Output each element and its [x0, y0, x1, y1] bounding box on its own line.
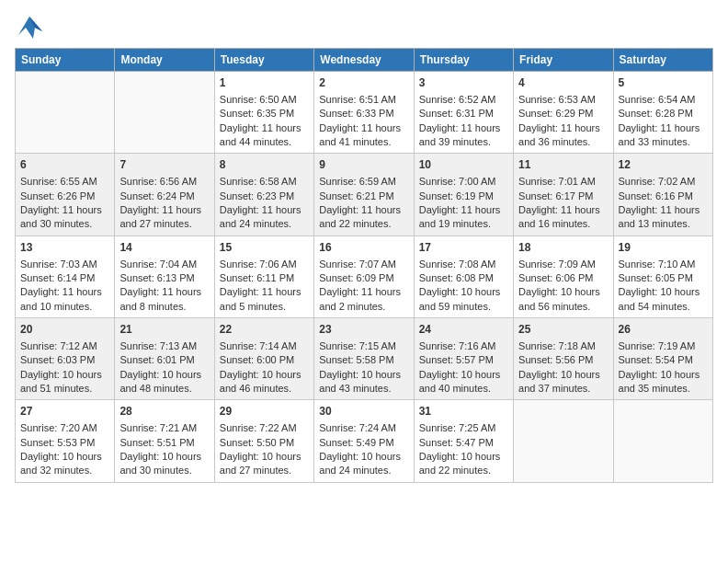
- day-number: 9: [319, 157, 408, 173]
- sunrise-text: Sunrise: 7:21 AM: [119, 422, 197, 433]
- daylight-text: Daylight: 10 hours and 35 minutes.: [619, 369, 700, 394]
- logo-icon: [15, 15, 44, 40]
- daylight-text: Daylight: 10 hours and 24 minutes.: [319, 451, 401, 476]
- day-number: 6: [20, 157, 109, 173]
- calendar-cell: 22 Sunrise: 7:14 AM Sunset: 6:00 PM Dayl…: [214, 318, 313, 400]
- day-number: 7: [119, 157, 209, 173]
- sunset-text: Sunset: 5:58 PM: [319, 354, 393, 365]
- sunset-text: Sunset: 6:28 PM: [619, 108, 693, 119]
- day-number: 2: [319, 75, 408, 91]
- week-row-3: 13 Sunrise: 7:03 AM Sunset: 6:14 PM Dayl…: [16, 236, 713, 317]
- calendar-cell: [514, 400, 613, 482]
- sunset-text: Sunset: 6:16 PM: [619, 190, 693, 201]
- sunrise-text: Sunrise: 7:03 AM: [20, 259, 97, 270]
- sunrise-text: Sunrise: 7:01 AM: [518, 176, 596, 187]
- sunset-text: Sunset: 6:26 PM: [20, 190, 95, 201]
- daylight-text: Daylight: 11 hours and 8 minutes.: [119, 286, 201, 311]
- sunrise-text: Sunrise: 7:07 AM: [319, 259, 396, 270]
- day-number: 23: [319, 322, 408, 338]
- weekday-header-friday: Friday: [514, 49, 613, 72]
- day-number: 3: [419, 75, 508, 91]
- sunrise-text: Sunrise: 7:14 AM: [220, 340, 297, 351]
- sunset-text: Sunset: 5:50 PM: [220, 437, 294, 448]
- daylight-text: Daylight: 10 hours and 54 minutes.: [619, 286, 700, 311]
- day-number: 12: [619, 157, 708, 173]
- sunset-text: Sunset: 6:00 PM: [220, 354, 294, 365]
- sunrise-text: Sunrise: 6:51 AM: [319, 94, 396, 105]
- daylight-text: Daylight: 11 hours and 44 minutes.: [220, 122, 301, 147]
- weekday-header-thursday: Thursday: [414, 49, 513, 72]
- sunrise-text: Sunrise: 7:24 AM: [319, 422, 396, 433]
- daylight-text: Daylight: 10 hours and 59 minutes.: [419, 286, 501, 311]
- daylight-text: Daylight: 11 hours and 13 minutes.: [619, 204, 700, 229]
- calendar-cell: 7 Sunrise: 6:56 AM Sunset: 6:24 PM Dayli…: [115, 154, 214, 236]
- sunrise-text: Sunrise: 7:25 AM: [419, 422, 496, 433]
- day-number: 1: [220, 75, 309, 91]
- day-number: 5: [619, 75, 708, 91]
- week-row-2: 6 Sunrise: 6:55 AM Sunset: 6:26 PM Dayli…: [16, 154, 713, 236]
- calendar-cell: 10 Sunrise: 7:00 AM Sunset: 6:19 PM Dayl…: [414, 154, 513, 236]
- logo: [15, 15, 48, 40]
- sunrise-text: Sunrise: 6:52 AM: [419, 94, 496, 105]
- sunset-text: Sunset: 6:14 PM: [20, 272, 95, 283]
- weekday-header-monday: Monday: [115, 49, 214, 72]
- day-number: 30: [319, 404, 408, 419]
- sunrise-text: Sunrise: 6:56 AM: [119, 176, 197, 187]
- calendar-cell: 24 Sunrise: 7:16 AM Sunset: 5:57 PM Dayl…: [414, 318, 513, 400]
- sunset-text: Sunset: 6:23 PM: [220, 190, 294, 201]
- daylight-text: Daylight: 10 hours and 22 minutes.: [419, 451, 501, 476]
- day-number: 26: [619, 322, 708, 338]
- day-number: 20: [20, 322, 109, 338]
- calendar-cell: 3 Sunrise: 6:52 AM Sunset: 6:31 PM Dayli…: [414, 72, 513, 154]
- calendar-cell: 12 Sunrise: 7:02 AM Sunset: 6:16 PM Dayl…: [613, 154, 712, 236]
- day-number: 11: [518, 157, 608, 173]
- calendar-cell: 8 Sunrise: 6:58 AM Sunset: 6:23 PM Dayli…: [214, 154, 313, 236]
- calendar-cell: 2 Sunrise: 6:51 AM Sunset: 6:33 PM Dayli…: [314, 72, 414, 154]
- calendar-cell: [16, 72, 115, 154]
- sunrise-text: Sunrise: 7:12 AM: [20, 340, 97, 351]
- daylight-text: Daylight: 11 hours and 41 minutes.: [319, 122, 401, 147]
- daylight-text: Daylight: 11 hours and 30 minutes.: [20, 204, 102, 229]
- calendar-cell: 15 Sunrise: 7:06 AM Sunset: 6:11 PM Dayl…: [214, 236, 313, 317]
- day-number: 10: [419, 157, 508, 173]
- sunrise-text: Sunrise: 7:13 AM: [119, 340, 197, 351]
- day-number: 25: [518, 322, 608, 338]
- calendar-cell: 30 Sunrise: 7:24 AM Sunset: 5:49 PM Dayl…: [314, 400, 414, 482]
- sunrise-text: Sunrise: 7:02 AM: [619, 176, 696, 187]
- sunrise-text: Sunrise: 6:50 AM: [220, 94, 297, 105]
- sunrise-text: Sunrise: 6:55 AM: [20, 176, 97, 187]
- daylight-text: Daylight: 11 hours and 5 minutes.: [220, 286, 301, 311]
- page-header: [15, 15, 713, 40]
- calendar-cell: 6 Sunrise: 6:55 AM Sunset: 6:26 PM Dayli…: [16, 154, 115, 236]
- calendar-cell: 25 Sunrise: 7:18 AM Sunset: 5:56 PM Dayl…: [514, 318, 613, 400]
- day-number: 21: [119, 322, 209, 338]
- daylight-text: Daylight: 10 hours and 37 minutes.: [518, 369, 600, 394]
- day-number: 14: [119, 240, 209, 256]
- sunrise-text: Sunrise: 7:19 AM: [619, 340, 696, 351]
- calendar-cell: 20 Sunrise: 7:12 AM Sunset: 6:03 PM Dayl…: [16, 318, 115, 400]
- sunrise-text: Sunrise: 7:08 AM: [419, 259, 496, 270]
- daylight-text: Daylight: 11 hours and 10 minutes.: [20, 286, 102, 311]
- sunset-text: Sunset: 5:49 PM: [319, 437, 393, 448]
- daylight-text: Daylight: 11 hours and 27 minutes.: [119, 204, 201, 229]
- sunrise-text: Sunrise: 6:53 AM: [518, 94, 596, 105]
- sunset-text: Sunset: 6:31 PM: [419, 108, 494, 119]
- sunset-text: Sunset: 6:01 PM: [119, 354, 194, 365]
- sunset-text: Sunset: 6:21 PM: [319, 190, 393, 201]
- sunrise-text: Sunrise: 6:58 AM: [220, 176, 297, 187]
- calendar-cell: 16 Sunrise: 7:07 AM Sunset: 6:09 PM Dayl…: [314, 236, 414, 317]
- day-number: 18: [518, 240, 608, 256]
- calendar-cell: 23 Sunrise: 7:15 AM Sunset: 5:58 PM Dayl…: [314, 318, 414, 400]
- daylight-text: Daylight: 10 hours and 32 minutes.: [20, 451, 102, 476]
- daylight-text: Daylight: 11 hours and 33 minutes.: [619, 122, 700, 147]
- sunset-text: Sunset: 6:05 PM: [619, 272, 693, 283]
- sunrise-text: Sunrise: 7:16 AM: [419, 340, 496, 351]
- day-number: 19: [619, 240, 708, 256]
- weekday-header-wednesday: Wednesday: [314, 49, 414, 72]
- sunset-text: Sunset: 6:29 PM: [518, 108, 593, 119]
- daylight-text: Daylight: 10 hours and 30 minutes.: [119, 451, 201, 476]
- sunset-text: Sunset: 6:35 PM: [220, 108, 294, 119]
- daylight-text: Daylight: 10 hours and 27 minutes.: [220, 451, 301, 476]
- sunset-text: Sunset: 6:17 PM: [518, 190, 593, 201]
- week-row-1: 1 Sunrise: 6:50 AM Sunset: 6:35 PM Dayli…: [16, 72, 713, 154]
